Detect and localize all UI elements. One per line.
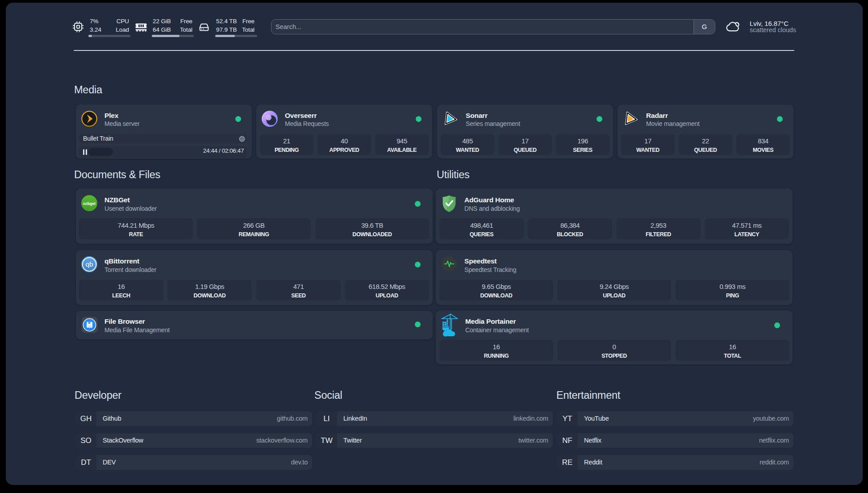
- svg-text:nzbget: nzbget: [83, 201, 96, 206]
- svg-text:qb: qb: [85, 260, 93, 268]
